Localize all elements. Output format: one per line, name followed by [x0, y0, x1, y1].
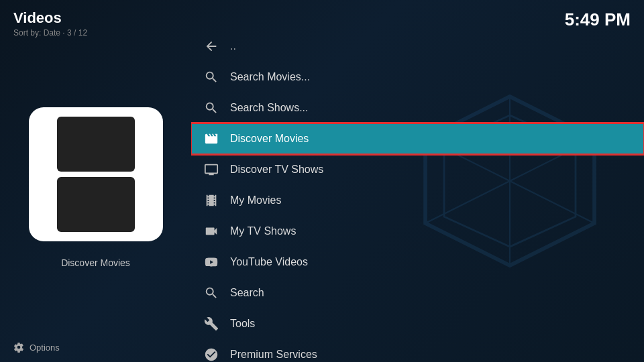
menu-item-label: Search: [230, 287, 264, 299]
film-block: [57, 177, 135, 232]
menu-item-search[interactable]: Search: [191, 278, 644, 308]
menu-list: ..Search Movies...Search Shows...Discove…: [191, 31, 644, 362]
menu-item-discover-tv[interactable]: Discover TV Shows: [191, 154, 644, 185]
thumbnail-label: Discover Movies: [61, 257, 130, 268]
gear-icon: [13, 342, 24, 353]
menu-item-youtube-videos[interactable]: YouTube Videos: [191, 247, 644, 278]
menu-item-label: My TV Shows: [230, 225, 296, 237]
menu-item-label: Premium Services: [230, 349, 317, 361]
menu-item-my-movies[interactable]: My Movies: [191, 185, 644, 216]
tools-icon: [202, 314, 221, 333]
menu-item-back[interactable]: ..: [191, 31, 644, 62]
tvshow-icon: [202, 222, 221, 241]
menu-item-search-movies[interactable]: Search Movies...: [191, 62, 644, 93]
menu-item-search-shows[interactable]: Search Shows...: [191, 93, 644, 123]
left-header: Videos Sort by: Date · 3 / 12: [0, 0, 191, 43]
menu-item-label: My Movies: [230, 194, 281, 206]
youtube-icon: [202, 253, 221, 272]
options-label: Options: [30, 343, 60, 353]
menu-item-label: ..: [230, 40, 236, 52]
page-title: Videos: [13, 9, 178, 27]
menu-item-label: Tools: [230, 318, 255, 330]
menu-item-label: YouTube Videos: [230, 256, 308, 268]
menu-item-label: Search Shows...: [230, 102, 309, 114]
premium-icon: [202, 345, 221, 362]
left-panel: Videos Sort by: Date · 3 / 12: [0, 0, 191, 362]
right-panel: 5:49 PM ..Search Movies...Search Shows..…: [191, 0, 644, 362]
film-icon: [202, 129, 221, 148]
menu-item-label: Search Movies...: [230, 71, 310, 83]
left-footer[interactable]: Options: [0, 333, 191, 362]
menu-item-label: Discover Movies: [230, 133, 309, 145]
film-right-holes: [139, 117, 158, 232]
search-icon: [202, 68, 221, 86]
film-center: [53, 117, 139, 232]
menu-item-tools[interactable]: Tools: [191, 308, 644, 339]
page-subtitle: Sort by: Date · 3 / 12: [13, 28, 178, 38]
menu-item-premium[interactable]: Premium Services: [191, 339, 644, 362]
wrench-search-icon: [202, 284, 221, 302]
thumbnail-container: Discover Movies: [0, 43, 191, 333]
movie-icon: [202, 191, 221, 210]
tv-icon: [202, 160, 221, 179]
time-display: 5:49 PM: [565, 9, 631, 30]
film-strip-icon: [29, 107, 163, 241]
film-left-holes: [34, 117, 53, 232]
back-icon: [202, 37, 221, 56]
film-block: [57, 117, 135, 172]
menu-item-my-tv-shows[interactable]: My TV Shows: [191, 216, 644, 247]
menu-item-discover-movies[interactable]: Discover Movies: [191, 123, 644, 154]
menu-item-label: Discover TV Shows: [230, 164, 323, 176]
search-icon: [202, 99, 221, 117]
